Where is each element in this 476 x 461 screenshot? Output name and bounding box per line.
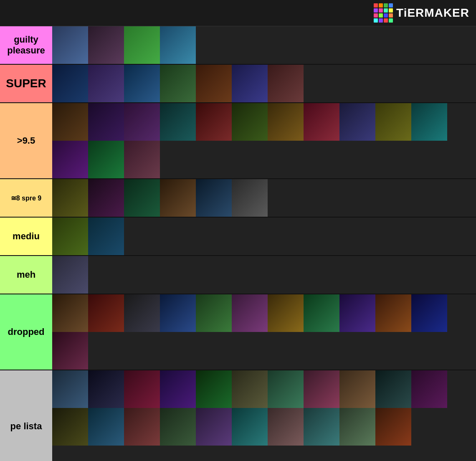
tier-content-pelista <box>52 370 476 461</box>
tier-content-guilty <box>52 26 476 64</box>
tier-list: guilty pleasure SUPER >9.5 <box>0 26 476 461</box>
list-item <box>339 370 375 408</box>
tier-row-mediu: mediu <box>0 218 476 256</box>
list-item <box>52 370 88 408</box>
list-item <box>304 294 339 332</box>
list-item <box>268 370 304 408</box>
list-item <box>268 408 304 446</box>
list-item <box>375 294 411 332</box>
list-item <box>124 370 160 408</box>
list-item <box>196 65 232 102</box>
tier-content-89 <box>52 179 476 217</box>
tier-row-meh: meh <box>0 256 476 294</box>
tier-label-guilty: guilty pleasure <box>0 26 52 64</box>
list-item <box>160 103 196 141</box>
header: TiERMAKER <box>0 0 476 26</box>
list-item <box>196 370 232 408</box>
logo-grid-icon <box>374 3 393 23</box>
list-item <box>52 256 88 294</box>
list-item <box>88 141 124 178</box>
list-item <box>232 179 268 217</box>
tier-row-95: >9.5 <box>0 103 476 179</box>
tier-row-dropped: dropped <box>0 294 476 370</box>
tier-label-pelista: pe lista <box>0 370 52 461</box>
list-item <box>88 179 124 217</box>
list-item <box>196 179 232 217</box>
list-item <box>52 141 88 178</box>
list-item <box>52 332 88 370</box>
list-item <box>88 370 124 408</box>
list-item <box>124 141 160 178</box>
list-item <box>375 103 411 141</box>
tier-content-95 <box>52 103 476 178</box>
list-item <box>268 65 304 102</box>
list-item <box>88 103 124 141</box>
list-item <box>124 179 160 217</box>
list-item <box>232 408 268 446</box>
tier-row-super: SUPER <box>0 65 476 103</box>
list-item <box>268 294 304 332</box>
tier-row-pelista: pe lista <box>0 370 476 461</box>
tier-label-dropped: dropped <box>0 294 52 370</box>
list-item <box>124 294 160 332</box>
tier-label-95: >9.5 <box>0 103 52 178</box>
tiermaker-logo: TiERMAKER <box>374 3 469 23</box>
list-item <box>124 408 160 446</box>
list-item <box>304 103 339 141</box>
tier-content-mediu <box>52 218 476 255</box>
list-item <box>124 65 160 102</box>
list-item <box>52 65 88 102</box>
tier-content-super <box>52 65 476 102</box>
list-item <box>88 65 124 102</box>
list-item <box>52 408 88 446</box>
list-item <box>124 26 160 64</box>
list-item <box>52 294 88 332</box>
list-item <box>411 294 447 332</box>
list-item <box>232 370 268 408</box>
list-item <box>160 370 196 408</box>
list-item <box>232 294 268 332</box>
tier-content-dropped <box>52 294 476 370</box>
list-item <box>339 408 375 446</box>
list-item <box>196 103 232 141</box>
list-item <box>52 179 88 217</box>
list-item <box>160 294 196 332</box>
list-item <box>52 26 88 64</box>
list-item <box>88 218 124 255</box>
tier-label-meh: meh <box>0 256 52 294</box>
list-item <box>160 26 196 64</box>
tier-content-meh <box>52 256 476 294</box>
list-item <box>196 408 232 446</box>
logo-text: TiERMAKER <box>396 6 469 20</box>
list-item <box>268 103 304 141</box>
list-item <box>196 294 232 332</box>
list-item <box>124 103 160 141</box>
list-item <box>375 408 411 446</box>
list-item <box>375 370 411 408</box>
tier-label-super: SUPER <box>0 65 52 102</box>
tier-row-89: ≅8 spre 9 <box>0 179 476 218</box>
list-item <box>411 370 447 408</box>
list-item <box>88 294 124 332</box>
list-item <box>160 179 196 217</box>
list-item <box>304 408 339 446</box>
list-item <box>160 408 196 446</box>
list-item <box>52 103 88 141</box>
list-item <box>339 103 375 141</box>
list-item <box>339 294 375 332</box>
list-item <box>232 65 268 102</box>
tier-label-89: ≅8 spre 9 <box>0 179 52 217</box>
list-item <box>52 218 88 255</box>
tier-row-guilty: guilty pleasure <box>0 26 476 65</box>
list-item <box>88 408 124 446</box>
list-item <box>304 370 339 408</box>
list-item <box>411 103 447 141</box>
list-item <box>232 103 268 141</box>
list-item <box>88 26 124 64</box>
list-item <box>160 65 196 102</box>
tier-label-mediu: mediu <box>0 218 52 255</box>
